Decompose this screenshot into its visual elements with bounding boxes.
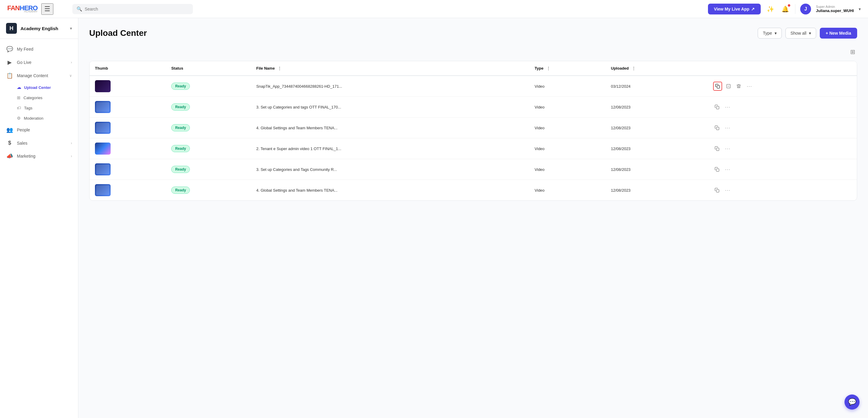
brand-chevron-icon[interactable]: ▾ <box>70 26 72 31</box>
view-app-button[interactable]: View My Live App ↗ <box>708 4 761 14</box>
date-cell: 03/12/2024 <box>606 76 708 97</box>
go-live-icon: ▶ <box>6 59 13 66</box>
people-icon: 👥 <box>6 127 13 133</box>
notifications-button[interactable]: 🔔 <box>780 4 790 14</box>
thumb-cell <box>90 76 166 97</box>
copy-button[interactable] <box>713 103 721 111</box>
table-row: Ready 4. Global Settings and Team Member… <box>90 118 857 138</box>
svg-rect-4 <box>716 127 719 130</box>
filename-cell: 4. Global Settings and Team Members TENA… <box>251 180 529 201</box>
sidebar-item-categories[interactable]: ⊞ Categories <box>0 93 78 103</box>
thumbnail <box>95 163 111 175</box>
grid-view-button[interactable]: ⊞ <box>848 47 857 57</box>
main-layout: H Academy English ▾ 💬 My Feed ▶ Go Live … <box>0 18 868 418</box>
status-cell: Ready <box>166 118 251 138</box>
thumbnail <box>95 142 111 155</box>
more-options-button[interactable]: ⋯ <box>745 82 754 91</box>
chat-bubble[interactable]: 💬 <box>844 394 860 410</box>
more-options-button[interactable]: ⋯ <box>723 102 733 112</box>
page-header: Upload Center Type ▾ Show all ▾ + New Me… <box>89 28 857 39</box>
filename-col-menu-icon[interactable]: ⋮ <box>278 66 281 70</box>
actions-cell: ⋯ <box>708 180 857 201</box>
categories-icon: ⊞ <box>17 95 21 100</box>
col-filename: File Name ⋮ <box>251 61 529 76</box>
copy-button[interactable] <box>713 124 721 132</box>
user-dropdown-button[interactable]: ▾ <box>859 7 861 11</box>
sidebar-item-go-live[interactable]: ▶ Go Live › <box>0 56 78 69</box>
user-name: Juliana.super_WUHI <box>816 8 854 13</box>
status-badge: Ready <box>171 83 190 90</box>
content-area: Upload Center Type ▾ Show all ▾ + New Me… <box>79 18 868 418</box>
edit-button[interactable] <box>724 82 733 90</box>
thumbnail <box>95 184 111 196</box>
table-body: Ready SnapTik_App_7344874004668288261-HD… <box>90 76 857 200</box>
moderation-icon: ⚙ <box>17 116 21 121</box>
sidebar-item-moderation[interactable]: ⚙ Moderation <box>0 113 78 123</box>
hamburger-menu[interactable]: ☰ <box>41 3 53 15</box>
sidebar-brand: H Academy English ▾ <box>0 18 78 39</box>
manage-content-icon: 📋 <box>6 72 13 79</box>
sidebar-item-tags[interactable]: 🏷 Tags <box>0 103 78 113</box>
sidebar-sub-label: Categories <box>24 96 42 100</box>
sidebar-item-people[interactable]: 👥 People <box>0 123 78 136</box>
svg-rect-7 <box>716 190 719 192</box>
col-actions <box>708 61 857 76</box>
date-cell: 12/08/2023 <box>606 159 708 180</box>
sidebar-sub-label: Moderation <box>24 116 43 121</box>
svg-rect-5 <box>716 148 719 151</box>
status-cell: Ready <box>166 97 251 118</box>
svg-rect-0 <box>717 86 720 88</box>
table-row: Ready SnapTik_App_7344874004668288261-HD… <box>90 76 857 97</box>
view-toggle: ⊞ <box>89 47 857 57</box>
logo: FANHERO ACADEMY <box>7 5 38 13</box>
more-options-button[interactable]: ⋯ <box>723 123 733 133</box>
col-uploaded: Uploaded ⋮ <box>606 61 708 76</box>
new-media-button[interactable]: + New Media <box>820 28 857 39</box>
table-header: Thumb Status File Name ⋮ Type ⋮ <box>90 61 857 76</box>
brand-name: Academy English <box>21 26 58 31</box>
search-bar[interactable]: 🔍 <box>72 4 193 14</box>
thumb-cell <box>90 138 166 159</box>
actions-cell: ⋯ <box>708 97 857 118</box>
sidebar-item-manage-content[interactable]: 📋 Manage Content ∨ <box>0 69 78 82</box>
delete-button[interactable] <box>735 82 743 90</box>
status-badge: Ready <box>171 166 190 173</box>
copy-button[interactable] <box>713 165 721 173</box>
sidebar-item-marketing[interactable]: 📣 Marketing › <box>0 150 78 163</box>
date-cell: 12/08/2023 <box>606 118 708 138</box>
filename-cell: 2. Tenant e Super admin video 1 OTT FINA… <box>251 138 529 159</box>
svg-rect-3 <box>716 106 719 109</box>
media-table: Thumb Status File Name ⋮ Type ⋮ <box>90 61 857 200</box>
more-options-button[interactable]: ⋯ <box>723 144 733 153</box>
table-row: Ready 3. Set up Categories and tags OTT … <box>90 97 857 118</box>
table-row: Ready 4. Global Settings and Team Member… <box>90 180 857 201</box>
col-type: Type ⋮ <box>529 61 606 76</box>
sidebar-sub-label: Upload Center <box>24 85 51 90</box>
my-feed-icon: 💬 <box>6 46 13 53</box>
col-status: Status <box>166 61 251 76</box>
go-live-chevron-icon: › <box>71 60 72 64</box>
copy-button[interactable] <box>713 186 721 194</box>
uploaded-col-menu-icon[interactable]: ⋮ <box>632 66 636 70</box>
sidebar-item-label: People <box>17 127 30 132</box>
filename-cell: 3. Set up Categories and Tags Community … <box>251 159 529 180</box>
more-options-button[interactable]: ⋯ <box>723 185 733 195</box>
type-cell: Video <box>529 118 606 138</box>
copy-button[interactable] <box>713 144 721 153</box>
magic-wand-button[interactable]: ✨ <box>766 4 775 14</box>
sales-chevron-icon: › <box>71 141 72 145</box>
table-row: Ready 2. Tenant e Super admin video 1 OT… <box>90 138 857 159</box>
type-col-menu-icon[interactable]: ⋮ <box>547 66 550 70</box>
sidebar-item-my-feed[interactable]: 💬 My Feed <box>0 42 78 56</box>
page-title: Upload Center <box>89 28 753 38</box>
sidebar-item-sales[interactable]: $ Sales › <box>0 136 78 150</box>
type-cell: Video <box>529 180 606 201</box>
show-all-dropdown[interactable]: Show all ▾ <box>785 28 816 39</box>
sidebar-item-upload-center[interactable]: ☁ Upload Center <box>0 82 78 93</box>
type-cell: Video <box>529 138 606 159</box>
avatar: J <box>800 4 811 14</box>
search-input[interactable] <box>85 7 189 11</box>
copy-button[interactable] <box>713 82 722 91</box>
type-filter-dropdown[interactable]: Type ▾ <box>758 28 781 39</box>
more-options-button[interactable]: ⋯ <box>723 165 733 174</box>
